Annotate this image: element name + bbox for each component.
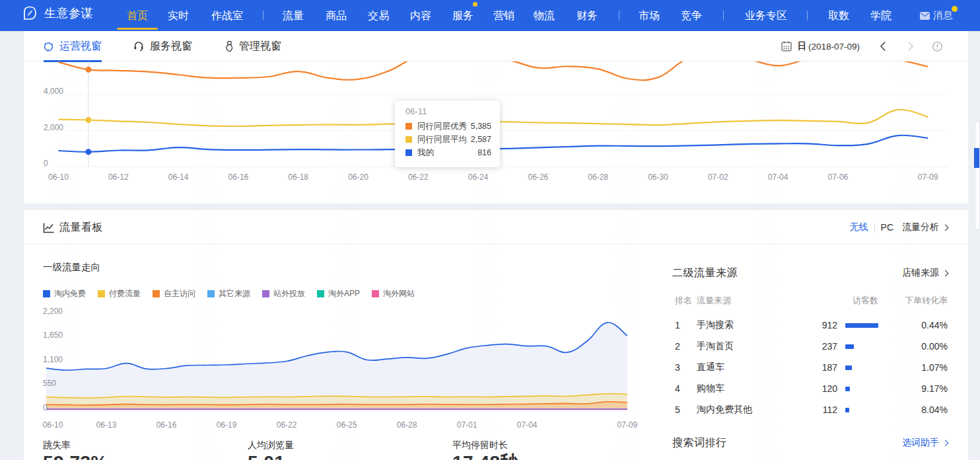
source-row-购物车[interactable]: 4购物车1209.17% [672,378,948,399]
nav-item-实时[interactable]: 实时 [168,0,189,31]
source-row-淘内免费其他[interactable]: 5淘内免费其他1128.04% [672,399,948,420]
nav-item-商品[interactable]: 商品 [326,0,347,31]
side-scrollbar[interactable] [975,122,980,230]
traffic-trend-chart[interactable]: 05501,1001,6502,20006-1006-1306-1606-190… [24,303,651,428]
x-axis-label: 06-16 [153,420,180,430]
sources-title: 二级流量来源 [672,266,738,280]
col-rank: 排名 [672,295,697,305]
overview-panel: 日 (2018-07-09) 运营视窗服务视窗管理视窗 02,0004,0000… [24,31,968,204]
toggle-pc[interactable]: PC [881,222,893,233]
chevron-right-icon [907,41,914,52]
table-header: 排名流量来源访客数下单转化率 [672,295,948,305]
stat-label: 人均浏览量 [248,440,294,451]
benchmark-trend-chart[interactable]: 02,0004,00006-1006-1206-1406-1606-1806-2… [24,61,968,203]
legend-item-站外投放[interactable]: 站外投放 [262,288,305,299]
nav-item-流量[interactable]: 流量 [283,0,304,31]
stat-label: 跳失率 [43,440,108,451]
stat-value: 17.48秒 [452,453,519,460]
nav-message[interactable]: 消息 [920,0,953,31]
nav-item-营销[interactable]: 营销 [493,0,514,31]
col-visitors: 访客数 [794,295,878,305]
legend-item-淘内免费[interactable]: 淘内免费 [43,288,86,299]
next-date-button[interactable] [907,41,914,52]
view-tabbar: 日 (2018-07-09) 运营视窗服务视窗管理视窗 [24,31,968,61]
prev-date-button[interactable] [880,41,886,52]
legend-item-淘外APP[interactable]: 淘外APP [317,288,360,299]
toggle-wireless[interactable]: 无线 [850,221,868,233]
chevron-right-icon [942,440,949,446]
x-axis-label: 07-01 [454,420,480,430]
legend-swatch [43,290,50,297]
legend-item-自主访问[interactable]: 自主访问 [153,288,195,299]
nav-item-竞争[interactable]: 竞争 [681,0,702,31]
traffic-dashboard-header: 流量看板 无线 PC 流量分析 [24,210,968,245]
nav-item-学院[interactable]: 学院 [870,0,892,31]
shop-sources-link[interactable]: 店铺来源 [902,267,948,279]
x-axis-label: 07-02 [705,172,731,182]
tooltip-row: 同行同层优秀5,385 [405,120,491,133]
x-axis-label: 06-18 [285,172,312,182]
nav-item-业务专区[interactable]: 业务专区 [745,0,787,31]
traffic-dashboard-panel: 流量看板 无线 PC 流量分析 一级流量走向 淘内免费付费流量自主访问其它来源站… [24,210,968,460]
word-helper-link[interactable]: 选词助手 [902,437,948,449]
nav-divider [807,11,808,20]
legend-item-付费流量[interactable]: 付费流量 [98,288,141,299]
nav-item-首页[interactable]: 首页 [127,0,148,31]
rank-cell: 5 [672,404,697,415]
source-name-cell: 直通车 [697,362,794,373]
nav-item-作战室[interactable]: 作战室 [211,0,243,31]
nav-item-交易[interactable]: 交易 [368,0,389,31]
legend-item-其它来源[interactable]: 其它来源 [207,288,250,299]
x-axis-label: 06-13 [93,420,120,430]
panel-title: 流量看板 [59,221,103,235]
nav-item-物流[interactable]: 物流 [534,0,555,31]
tooltip-series-value: 816 [434,148,491,157]
nav-item-内容[interactable]: 内容 [410,0,431,31]
info-icon[interactable] [932,42,942,52]
source-row-直通车[interactable]: 3直通车1871.07% [672,357,948,378]
series-swatch [405,136,412,143]
headset-icon [133,41,144,52]
tooltip-date: 06-11 [405,106,491,116]
date-picker[interactable]: 日 (2018-07-09) [781,40,860,52]
message-badge-dot [952,6,958,12]
sync-icon [44,42,53,52]
line-chart-icon [43,222,54,233]
tooltip-series-value: 5,385 [467,122,491,131]
tooltip-row: 我的816 [405,146,491,159]
y-axis-label: 550 [43,379,56,388]
x-axis-label: 06-26 [525,172,551,182]
nav-item-市场[interactable]: 市场 [639,0,660,31]
legend-label: 自主访问 [164,288,195,299]
legend-item-淘外网站[interactable]: 淘外网站 [372,288,415,299]
stat-平均停留时长: 平均停留时长17.48秒 [452,440,519,460]
stat-人均浏览量: 人均浏览量5.01 [248,440,294,460]
source-row-手淘首页[interactable]: 2手淘首页2370.00% [672,336,948,357]
date-mode: 日 [797,40,806,52]
stat-value: 59.73% [43,453,108,460]
nav-item-财务[interactable]: 财务 [577,0,598,31]
nav-item-服务[interactable]: 服务 [452,0,473,31]
nav-message-label: 消息 [933,9,953,22]
visitors-cell: 112 [794,404,837,415]
tab-运营视窗[interactable]: 运营视窗 [44,31,102,61]
nav-item-取数[interactable]: 取数 [828,0,849,31]
visitors-bar [837,387,878,391]
traffic-analysis-link[interactable]: 流量分析 [902,221,948,233]
x-axis-label: 06-14 [165,172,192,182]
legend-swatch [98,290,105,297]
tab-管理视窗[interactable]: 管理视窗 [225,31,281,61]
tab-服务视窗[interactable]: 服务视窗 [133,31,192,61]
x-axis-label: 06-10 [46,172,72,182]
legend-label: 站外投放 [273,288,305,299]
calendar-icon [781,41,792,52]
scrollbar-thumb[interactable] [974,148,979,168]
chart-tooltip: 06-11 同行同层优秀5,385同行同层平均2,587我的816 [395,100,500,167]
x-axis-label: 06-30 [645,172,672,182]
legend-label: 淘内免费 [54,288,86,299]
conversion-cell: 9.17% [878,383,948,394]
source-row-手淘搜索[interactable]: 1手淘搜索9120.44% [672,315,948,336]
x-axis-label: 06-28 [394,420,420,430]
visitors-cell: 120 [794,383,837,394]
source-name-cell: 购物车 [697,383,794,395]
